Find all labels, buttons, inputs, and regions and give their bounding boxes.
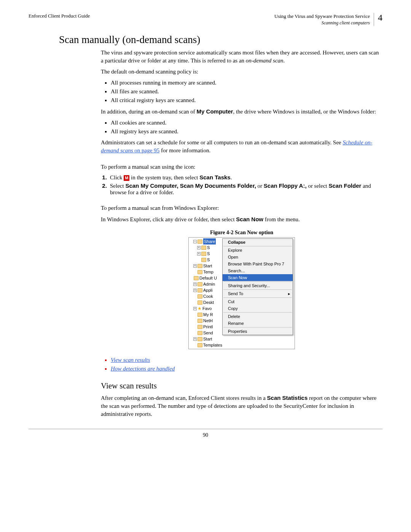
expand-icon[interactable]: + — [193, 264, 197, 268]
tree-item[interactable]: Cook — [190, 293, 222, 299]
menu-item[interactable]: Properties — [223, 328, 293, 335]
figure-4-2: −Share+S+SS+StartTempDefault U+Admin+App… — [101, 237, 382, 349]
expand-icon[interactable]: + — [193, 307, 197, 310]
menu-item[interactable]: Open — [223, 254, 293, 260]
tree-item[interactable]: My R — [190, 312, 222, 318]
expand-icon[interactable]: + — [193, 337, 197, 341]
menu-item-label: Search... — [228, 268, 245, 273]
menu-item[interactable]: Cut — [223, 298, 293, 305]
menu-separator — [223, 297, 292, 298]
tree-item-label: Deskt — [203, 299, 214, 305]
menu-separator — [223, 327, 292, 328]
tree-item-label: PrintI — [203, 324, 213, 330]
folder-icon — [198, 282, 202, 286]
menu-item-label: Cut — [228, 299, 234, 304]
menu-item-label: Delete — [228, 314, 240, 319]
menu-separator — [223, 246, 292, 246]
header-subsection: Scanning client computers — [274, 20, 370, 26]
tree-item[interactable]: Deskt — [190, 299, 222, 305]
tree-item[interactable]: +★Favo — [190, 305, 222, 312]
tree-item-label: My R — [203, 312, 213, 318]
expand-icon[interactable]: + — [193, 289, 197, 292]
intro-paragraph-1: The virus and spyware protection service… — [101, 49, 382, 65]
menu-item-label: Browse With Paint Shop Pro 7 — [228, 262, 284, 266]
tree-item[interactable]: +S — [190, 244, 222, 251]
explorer-lead: To perform a manual scan from Windows Ex… — [101, 204, 382, 212]
menu-item-label: Collapse — [228, 240, 245, 244]
list-item: All processes running in memory are scan… — [111, 80, 382, 86]
header-section: Using the Virus and Spyware Protection S… — [274, 13, 370, 20]
expand-icon[interactable]: − — [193, 240, 197, 243]
folder-icon — [198, 264, 202, 268]
menu-separator — [223, 281, 292, 282]
folder-tree: −Share+S+SS+StartTempDefault U+Admin+App… — [189, 238, 222, 349]
menu-separator — [223, 312, 292, 313]
submenu-arrow-icon: ▸ — [288, 291, 290, 296]
chapter-number: 4 — [374, 13, 382, 26]
tree-item[interactable]: +Start — [190, 336, 222, 342]
menu-item[interactable]: Delete — [223, 313, 293, 320]
menu-item[interactable]: Browse With Paint Shop Pro 7 — [223, 260, 293, 267]
folder-icon — [198, 288, 202, 292]
tree-item[interactable]: −Share — [190, 238, 222, 244]
tree-item[interactable]: +S — [190, 251, 222, 257]
tree-item-label: Share — [203, 238, 216, 244]
tree-item-label: Favo — [202, 305, 212, 312]
tree-item[interactable]: Temp — [190, 269, 222, 275]
tree-item[interactable]: +Start — [190, 263, 222, 269]
tree-item[interactable]: Send — [190, 330, 222, 336]
tree-item-label: Templates — [203, 342, 222, 348]
tree-item-label: Temp — [203, 269, 213, 275]
folder-icon — [194, 276, 199, 280]
addition-list: All cookies are scanned. All registry ke… — [101, 120, 382, 135]
folder-icon — [198, 337, 202, 341]
header-left: Enforced Client Product Guide — [29, 13, 90, 19]
tree-item[interactable]: PrintI — [190, 324, 222, 330]
tree-item-label: Start — [203, 336, 212, 342]
tree-item[interactable]: S — [190, 257, 222, 263]
tree-item-label: Admin — [203, 281, 215, 287]
subsection-heading: View scan results — [101, 381, 382, 391]
tray-icon: M — [124, 175, 129, 181]
menu-item[interactable]: Explore — [223, 247, 293, 254]
folder-icon — [201, 246, 206, 250]
favorites-icon: ★ — [198, 305, 202, 312]
tree-item[interactable]: +Appli — [190, 287, 222, 293]
expand-icon[interactable]: + — [197, 252, 201, 256]
tree-item[interactable]: NetH — [190, 318, 222, 324]
list-item: How detections are handled — [111, 366, 382, 372]
page-footer: 90 — [29, 429, 382, 438]
menu-item[interactable]: Collapse — [223, 239, 293, 246]
expand-icon[interactable]: + — [193, 283, 197, 286]
icon-steps: Click M in the system tray, then select … — [101, 174, 382, 196]
tree-item-label: Default U — [199, 275, 217, 281]
explorer-window: −Share+S+SS+StartTempDefault U+Admin+App… — [188, 237, 295, 349]
menu-item[interactable]: Search... — [223, 267, 293, 274]
folder-icon — [198, 300, 202, 305]
tree-item[interactable]: Templates — [190, 342, 222, 348]
tree-item-label: Cook — [203, 293, 213, 299]
results-paragraph: After completing an on-demand scan, Enfo… — [101, 394, 382, 418]
folder-icon — [201, 258, 206, 262]
menu-item[interactable]: Scan Now — [223, 274, 293, 281]
detections-handled-link[interactable]: How detections are handled — [111, 366, 175, 372]
menu-item[interactable]: Send To▸ — [223, 290, 293, 297]
menu-item-label: Rename — [228, 321, 244, 326]
figure-caption: Figure 4-2 Scan Now option — [101, 230, 382, 236]
menu-item[interactable]: Copy — [223, 305, 293, 312]
related-links: View scan results How detections are han… — [101, 357, 382, 372]
tree-item-label: Appli — [203, 287, 212, 293]
folder-icon — [201, 252, 206, 256]
menu-item[interactable]: Rename — [223, 320, 293, 327]
tree-item[interactable]: +Admin — [190, 281, 222, 287]
expand-icon[interactable]: + — [197, 246, 201, 249]
list-item: All registry keys are scanned. — [111, 128, 382, 135]
folder-icon — [198, 343, 202, 347]
tree-item-label: Start — [203, 263, 212, 269]
icon-lead: To perform a manual scan using the icon: — [101, 163, 382, 171]
tree-item[interactable]: Default U — [190, 275, 222, 281]
step-2: Select Scan My Computer, Scan My Documen… — [108, 182, 382, 196]
admin-paragraph: Administrators can set a schedule for so… — [101, 139, 382, 155]
view-results-link[interactable]: View scan results — [111, 357, 150, 363]
menu-item[interactable]: Sharing and Security... — [223, 282, 293, 289]
